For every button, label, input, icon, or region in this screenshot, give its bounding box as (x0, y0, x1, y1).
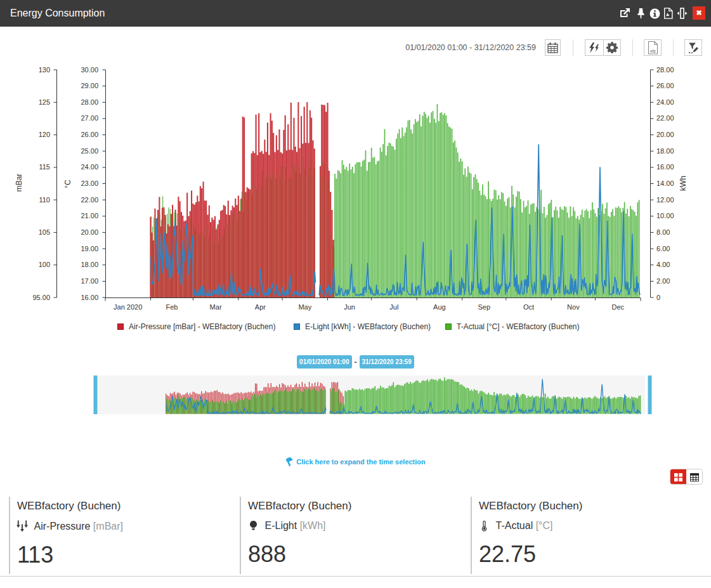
svg-text:18.00: 18.00 (81, 261, 98, 268)
svg-text:130: 130 (39, 66, 50, 74)
svg-text:27.00: 27.00 (81, 114, 98, 122)
svg-text:125: 125 (39, 98, 50, 106)
svg-text:Nov: Nov (567, 303, 580, 311)
svg-text:Apr: Apr (255, 303, 266, 311)
svg-text:26.00: 26.00 (81, 131, 98, 138)
svg-text:Oct: Oct (523, 303, 534, 311)
svg-text:Feb: Feb (166, 303, 178, 311)
svg-text:18.00: 18.00 (656, 147, 674, 155)
svg-text:110: 110 (39, 196, 50, 204)
svg-text:kWh: kWh (679, 176, 688, 191)
svg-text:23.00: 23.00 (81, 180, 98, 187)
svg-text:19.00: 19.00 (81, 245, 98, 252)
svg-text:24.00: 24.00 (656, 98, 674, 106)
svg-text:115: 115 (39, 163, 50, 171)
svg-text:4.00: 4.00 (656, 261, 670, 268)
svg-text:25.00: 25.00 (81, 147, 98, 155)
svg-text:30.00: 30.00 (81, 66, 98, 74)
svg-text:Dec: Dec (612, 303, 625, 311)
svg-text:105: 105 (39, 228, 50, 236)
svg-text:21.00: 21.00 (81, 212, 98, 219)
svg-text:May: May (298, 303, 311, 311)
svg-text:28.00: 28.00 (656, 66, 674, 74)
svg-text:2.00: 2.00 (656, 277, 670, 285)
svg-text:100: 100 (39, 261, 50, 268)
svg-text:6.00: 6.00 (656, 245, 670, 252)
svg-text:°C: °C (63, 180, 72, 188)
svg-text:Jul: Jul (389, 303, 398, 311)
svg-text:Jun: Jun (344, 303, 355, 311)
svg-text:17.00: 17.00 (81, 277, 98, 285)
svg-text:Mar: Mar (210, 303, 222, 311)
svg-text:29.00: 29.00 (81, 82, 98, 89)
svg-text:10.00: 10.00 (656, 212, 674, 219)
svg-text:16.00: 16.00 (656, 163, 674, 171)
svg-text:22.00: 22.00 (656, 114, 674, 122)
svg-text:mBar: mBar (15, 174, 23, 192)
svg-text:Sep: Sep (478, 303, 491, 311)
svg-text:95.00: 95.00 (32, 294, 50, 301)
svg-text:12.00: 12.00 (656, 196, 674, 204)
svg-text:26.00: 26.00 (656, 82, 674, 89)
svg-text:Jan 2020: Jan 2020 (114, 303, 142, 311)
svg-text:28.00: 28.00 (81, 98, 98, 106)
svg-text:0: 0 (656, 294, 660, 301)
svg-text:20.00: 20.00 (656, 131, 674, 138)
svg-text:8.00: 8.00 (656, 228, 670, 236)
svg-text:16.00: 16.00 (81, 294, 98, 301)
svg-text:24.00: 24.00 (81, 163, 98, 171)
svg-text:14.00: 14.00 (656, 180, 674, 187)
svg-text:Aug: Aug (433, 303, 446, 311)
svg-text:20.00: 20.00 (81, 228, 98, 236)
svg-text:22.00: 22.00 (81, 196, 98, 204)
svg-text:120: 120 (39, 131, 50, 138)
